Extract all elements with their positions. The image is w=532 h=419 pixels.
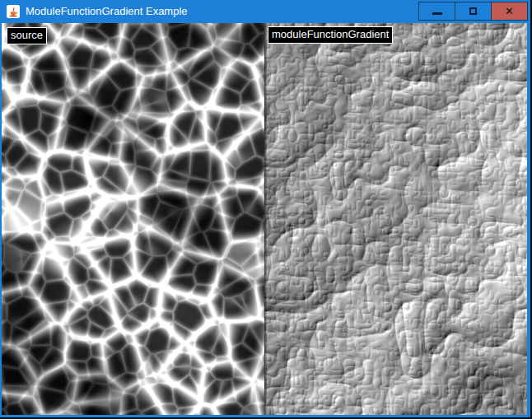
- source-pane: source: [2, 23, 264, 415]
- minimize-button[interactable]: [418, 2, 455, 21]
- gradient-pane: moduleFunctionGradient: [264, 23, 527, 415]
- maximize-button[interactable]: [455, 2, 492, 21]
- source-label: source: [7, 27, 47, 44]
- minimize-icon: [432, 12, 442, 15]
- close-button[interactable]: ✕: [491, 2, 528, 21]
- window-controls: ✕: [419, 2, 528, 21]
- source-noise-image: [2, 23, 264, 415]
- app-window: ModuleFunctionGradient Example ✕ source …: [0, 0, 530, 417]
- screenshot-frame: ModuleFunctionGradient Example ✕ source …: [0, 0, 532, 419]
- close-icon: ✕: [505, 6, 514, 16]
- module-function-gradient-image: [264, 23, 527, 415]
- maximize-icon: [469, 7, 477, 15]
- java-coffee-cup-icon: [7, 5, 20, 18]
- module-function-gradient-label: moduleFunctionGradient: [268, 26, 393, 44]
- image-area: source moduleFunctionGradient: [2, 23, 527, 415]
